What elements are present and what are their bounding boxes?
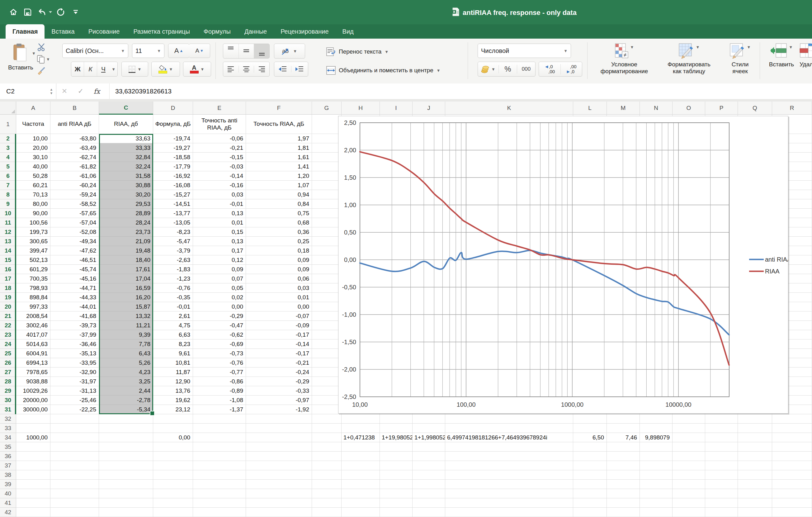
- row-header-19[interactable]: 19: [0, 293, 16, 302]
- cell-E25[interactable]: -0,73: [193, 349, 246, 358]
- cell-O40[interactable]: [672, 489, 705, 498]
- bold-button[interactable]: Ж: [71, 62, 84, 76]
- cell-C19[interactable]: 16,20: [99, 293, 153, 302]
- cell-B24[interactable]: -36,46: [51, 340, 99, 349]
- cell-N39[interactable]: [640, 480, 672, 489]
- cell-B38[interactable]: [51, 470, 99, 480]
- cell-B22[interactable]: -39,73: [51, 321, 99, 330]
- cell-G41[interactable]: [312, 498, 342, 508]
- cell-C14[interactable]: 19,48: [99, 246, 153, 255]
- cell-B17[interactable]: -45,16: [51, 274, 99, 283]
- cell-D32[interactable]: [153, 414, 193, 424]
- cell-K32[interactable]: [445, 414, 573, 424]
- cell-G10[interactable]: [312, 209, 342, 218]
- cell-F5[interactable]: 1,41: [246, 162, 312, 171]
- cell-N37[interactable]: [640, 461, 672, 470]
- cell-E39[interactable]: [193, 480, 246, 489]
- cell-J34[interactable]: 1+1,998052: [412, 433, 445, 442]
- cell-I41[interactable]: [380, 498, 412, 508]
- cell-E34[interactable]: [193, 433, 246, 442]
- cell-A3[interactable]: 20,00: [16, 143, 51, 153]
- increase-decimal-button[interactable]: ◄,0,00: [539, 64, 561, 75]
- cell-A11[interactable]: 100,56: [16, 218, 51, 227]
- cell-E37[interactable]: [193, 461, 246, 470]
- cell-J37[interactable]: [412, 461, 445, 470]
- cell-G35[interactable]: [312, 442, 342, 452]
- row-header-24[interactable]: 24: [0, 340, 16, 349]
- cell-L33[interactable]: [573, 424, 607, 433]
- cell-D27[interactable]: 11,87: [153, 368, 193, 377]
- cell-D30[interactable]: 19,62: [153, 396, 193, 405]
- cell-I38[interactable]: [380, 470, 412, 480]
- cell-G8[interactable]: [312, 190, 342, 199]
- cell-K41[interactable]: [445, 498, 573, 508]
- row-header-36[interactable]: 36: [0, 452, 16, 461]
- cell-H33[interactable]: [342, 424, 380, 433]
- cell-H39[interactable]: [342, 480, 380, 489]
- cell-B9[interactable]: -58,52: [51, 199, 99, 209]
- cell-O32[interactable]: [672, 414, 705, 424]
- cell-M36[interactable]: [607, 452, 640, 461]
- cell-R39[interactable]: [772, 480, 812, 489]
- cell-A12[interactable]: 199,73: [16, 227, 51, 237]
- cell-C42[interactable]: [99, 508, 153, 517]
- cell-B1[interactable]: anti RIAA дБ: [51, 115, 99, 134]
- row-header-29[interactable]: 29: [0, 386, 16, 396]
- cell-B18[interactable]: -44,71: [51, 283, 99, 293]
- row-header-1[interactable]: 1: [0, 115, 16, 134]
- cell-R37[interactable]: [772, 461, 812, 470]
- cell-B3[interactable]: -63,49: [51, 143, 99, 153]
- cell-F28[interactable]: -0,29: [246, 377, 312, 386]
- cell-E7[interactable]: -0,16: [193, 181, 246, 190]
- cell-G12[interactable]: [312, 227, 342, 237]
- cell-F18[interactable]: 0,03: [246, 283, 312, 293]
- cell-K34[interactable]: 6,49974198181266+7,464939678924i: [445, 433, 573, 442]
- cell-C37[interactable]: [99, 461, 153, 470]
- align-center-button[interactable]: [239, 66, 254, 73]
- cell-J40[interactable]: [412, 489, 445, 498]
- formula-input[interactable]: 33,6320391826613: [109, 83, 172, 99]
- cell-C2[interactable]: 33,63: [99, 134, 153, 143]
- cell-J35[interactable]: [412, 442, 445, 452]
- cell-P39[interactable]: [705, 480, 738, 489]
- cell-C36[interactable]: [99, 452, 153, 461]
- cell-D36[interactable]: [153, 452, 193, 461]
- tab-Формулы[interactable]: Формулы: [197, 24, 237, 39]
- cell-B31[interactable]: -22,25: [51, 405, 99, 414]
- cell-N42[interactable]: [640, 508, 672, 517]
- cell-D13[interactable]: -5,47: [153, 237, 193, 246]
- cell-C32[interactable]: [99, 414, 153, 424]
- cell-M37[interactable]: [607, 461, 640, 470]
- column-header-C[interactable]: C: [99, 102, 153, 115]
- cell-B23[interactable]: -37,99: [51, 330, 99, 340]
- cell-A2[interactable]: 10,00: [16, 134, 51, 143]
- cell-D20[interactable]: -0,01: [153, 302, 193, 311]
- cell-D31[interactable]: 23,12: [153, 405, 193, 414]
- cell-F23[interactable]: -0,17: [246, 330, 312, 340]
- cell-H38[interactable]: [342, 470, 380, 480]
- cell-C41[interactable]: [99, 498, 153, 508]
- cell-E6[interactable]: -0,14: [193, 171, 246, 181]
- cell-P40[interactable]: [705, 489, 738, 498]
- cell-H42[interactable]: [342, 508, 380, 517]
- cell-B36[interactable]: [51, 452, 99, 461]
- cell-L37[interactable]: [573, 461, 607, 470]
- column-header-N[interactable]: N: [640, 102, 672, 115]
- cell-B28[interactable]: -31,97: [51, 377, 99, 386]
- select-all-corner[interactable]: [0, 102, 16, 115]
- cell-O35[interactable]: [672, 442, 705, 452]
- cell-D26[interactable]: 10,81: [153, 358, 193, 368]
- cell-C26[interactable]: 5,26: [99, 358, 153, 368]
- cell-F10[interactable]: 0,75: [246, 209, 312, 218]
- cell-C39[interactable]: [99, 480, 153, 489]
- cell-A23[interactable]: 4017,07: [16, 330, 51, 340]
- cell-D22[interactable]: 4,75: [153, 321, 193, 330]
- cell-C17[interactable]: 17,04: [99, 274, 153, 283]
- cell-L35[interactable]: [573, 442, 607, 452]
- cell-B32[interactable]: [51, 414, 99, 424]
- cell-F38[interactable]: [246, 470, 312, 480]
- cell-B12[interactable]: -52,08: [51, 227, 99, 237]
- cell-R42[interactable]: [772, 508, 812, 517]
- cell-A35[interactable]: [16, 442, 51, 452]
- row-header-3[interactable]: 3: [0, 143, 16, 153]
